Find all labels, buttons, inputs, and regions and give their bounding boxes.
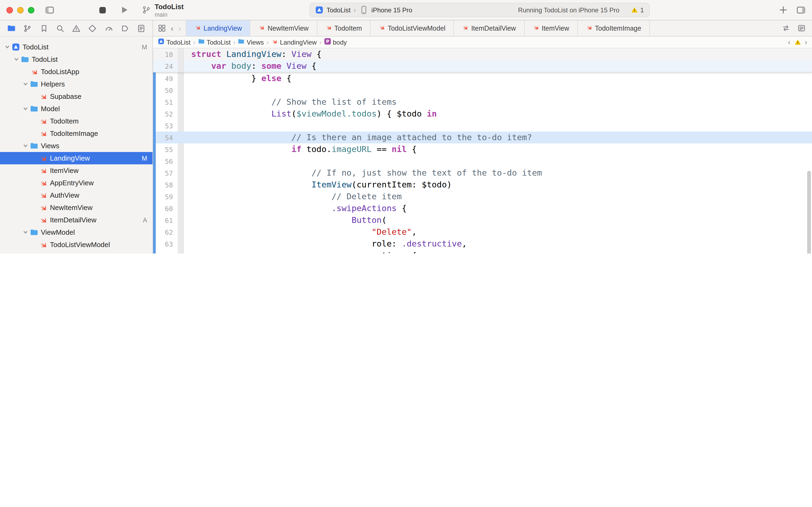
sidebar-item-newitemview[interactable]: NewItemView	[0, 202, 153, 214]
disclosure-chevron[interactable]	[21, 81, 29, 87]
disclosure-chevron[interactable]	[21, 106, 29, 111]
minimize-window-button[interactable]	[17, 7, 23, 13]
sticky-code-line[interactable]: 10struct LandingView: View {	[153, 48, 812, 60]
sidebar-item-views[interactable]: Views	[0, 139, 153, 152]
line-number[interactable]: 24	[153, 62, 178, 70]
adjust-editor-options-icon[interactable]	[798, 24, 806, 32]
breadcrumb-item-views[interactable]: Views	[238, 38, 264, 46]
disclosure-chevron[interactable]	[12, 57, 20, 62]
sidebar-item-authview[interactable]: AuthView	[0, 189, 153, 202]
project-navigator-icon[interactable]	[7, 24, 15, 33]
sidebar-item-helpers[interactable]: Helpers	[0, 78, 153, 90]
line-number[interactable]: 56	[153, 157, 178, 165]
code-line[interactable]: 56	[153, 155, 812, 167]
tab-newitemview[interactable]: NewItemView	[250, 20, 317, 36]
sidebar-item-todolist[interactable]: TodoList	[0, 53, 153, 65]
sidebar-item-landingview[interactable]: LandingViewM	[0, 152, 153, 164]
code-line[interactable]: 54 // Is there an image attached to the …	[153, 131, 812, 144]
previous-issue-button[interactable]: ‹	[788, 39, 791, 46]
reports-navigator-icon[interactable]	[137, 24, 146, 33]
code-line[interactable]: 57 // If no, just show the text of the t…	[153, 167, 812, 179]
code-review-icon[interactable]	[782, 24, 790, 32]
sidebar-item-assets[interactable]: Assets	[0, 251, 153, 253]
line-number[interactable]: 57	[153, 169, 178, 177]
debug-navigator-icon[interactable]	[105, 24, 113, 33]
run-button[interactable]	[120, 5, 129, 14]
line-number[interactable]: 62	[153, 228, 178, 236]
tab-todolistviewmodel[interactable]: TodoListViewModel	[370, 20, 454, 36]
editor-scrollbar-thumb[interactable]	[807, 171, 811, 253]
find-navigator-icon[interactable]	[56, 24, 64, 33]
line-number[interactable]: 64	[153, 251, 178, 253]
code-line[interactable]: 55 if todo.imageURL == nil {	[153, 144, 812, 155]
sidebar-item-viewmodel[interactable]: ViewModel	[0, 226, 153, 238]
line-number[interactable]: 59	[153, 192, 178, 201]
tab-landingview[interactable]: LandingView	[186, 20, 250, 36]
activity-view[interactable]: TodoList › iPhone 15 Pro Running TodoLis…	[309, 3, 650, 17]
issues-navigator-icon[interactable]	[72, 24, 80, 33]
code-line[interactable]: 63 role: .destructive,	[153, 238, 812, 250]
issue-warning-icon[interactable]	[794, 39, 801, 46]
tab-itemdetailview[interactable]: ItemDetailView	[454, 20, 524, 36]
tab-itemview[interactable]: ItemView	[524, 20, 578, 36]
source-control-navigator-icon[interactable]	[23, 24, 32, 33]
line-number[interactable]: 61	[153, 216, 178, 224]
breakpoints-navigator-icon[interactable]	[121, 24, 129, 33]
line-number[interactable]: 55	[153, 145, 178, 153]
code-line[interactable]: 49 } else {	[153, 72, 812, 84]
breadcrumb-item-todolist[interactable]: TodoList	[158, 38, 190, 46]
sidebar-item-itemview[interactable]: ItemView	[0, 164, 153, 177]
code-line[interactable]: 64 action: {	[153, 250, 812, 253]
code-line[interactable]: 50	[153, 84, 812, 96]
tab-todoitemimage[interactable]: TodoItemImage	[578, 20, 650, 36]
line-number[interactable]: 63	[153, 240, 178, 248]
bookmarks-navigator-icon[interactable]	[40, 24, 48, 33]
stop-button[interactable]	[99, 7, 106, 13]
code-line[interactable]: 62 "Delete",	[153, 226, 812, 238]
line-number[interactable]: 58	[153, 181, 178, 189]
zoom-window-button[interactable]	[28, 7, 35, 13]
line-number[interactable]: 54	[153, 133, 178, 142]
warning-badge[interactable]: 1	[631, 6, 644, 14]
disclosure-chevron[interactable]	[3, 45, 11, 49]
sidebar-item-todolistviewmodel[interactable]: TodoListViewModel	[0, 238, 153, 251]
line-number[interactable]: 10	[153, 50, 178, 58]
tab-overview-icon[interactable]	[158, 24, 166, 32]
sidebar-item-todolist[interactable]: TodoListM	[0, 41, 153, 53]
scheme-selector[interactable]: TodoList main	[142, 2, 184, 17]
sidebar-item-itemdetailview[interactable]: ItemDetailViewA	[0, 214, 153, 226]
code-line[interactable]: 58 ItemView(currentItem: $todo)	[153, 179, 812, 191]
source-editor[interactable]: 10struct LandingView: View {24 var body:…	[153, 48, 812, 253]
code-line[interactable]: 61 Button(	[153, 214, 812, 226]
breadcrumb-item-todolist[interactable]: TodoList	[198, 38, 230, 46]
sticky-code-line[interactable]: 24 var body: some View {	[153, 60, 812, 72]
line-number[interactable]: 60	[153, 204, 178, 212]
line-number[interactable]: 53	[153, 122, 178, 130]
disclosure-chevron[interactable]	[21, 144, 29, 148]
sidebar-item-todoitem[interactable]: TodoItem	[0, 115, 153, 127]
code-line[interactable]: 59 // Delete item	[153, 191, 812, 203]
sidebar-item-todolistapp[interactable]: TodoListApp	[0, 65, 153, 78]
breadcrumb-item-landingview[interactable]: LandingView	[271, 38, 316, 46]
code-line[interactable]: 53	[153, 120, 812, 131]
next-issue-button[interactable]: ›	[805, 39, 807, 46]
sidebar-item-supabase[interactable]: Supabase	[0, 90, 153, 103]
code-line[interactable]: 51 // Show the list of items	[153, 96, 812, 108]
sidebar-item-model[interactable]: Model	[0, 103, 153, 115]
code-line[interactable]: 60 .swipeActions {	[153, 203, 812, 214]
line-number[interactable]: 52	[153, 110, 178, 118]
disclosure-chevron[interactable]	[21, 230, 29, 235]
add-tab-icon[interactable]	[779, 5, 788, 14]
tab-todoitem[interactable]: TodoItem	[317, 20, 370, 36]
breadcrumb-item-body[interactable]: Pbody	[324, 38, 347, 46]
line-number[interactable]: 51	[153, 98, 178, 106]
code-line[interactable]: 52 List($viewModel.todos) { $todo in	[153, 108, 812, 120]
close-window-button[interactable]	[6, 7, 13, 13]
sidebar-item-todoitemimage[interactable]: TodoItemImage	[0, 127, 153, 139]
tests-navigator-icon[interactable]	[89, 24, 97, 33]
line-number[interactable]: 50	[153, 86, 178, 94]
go-back-button[interactable]: ‹	[171, 24, 173, 32]
toggle-navigator-icon[interactable]	[45, 5, 54, 14]
toggle-inspector-icon[interactable]	[797, 5, 806, 14]
sidebar-item-appentryview[interactable]: AppEntryView	[0, 177, 153, 189]
